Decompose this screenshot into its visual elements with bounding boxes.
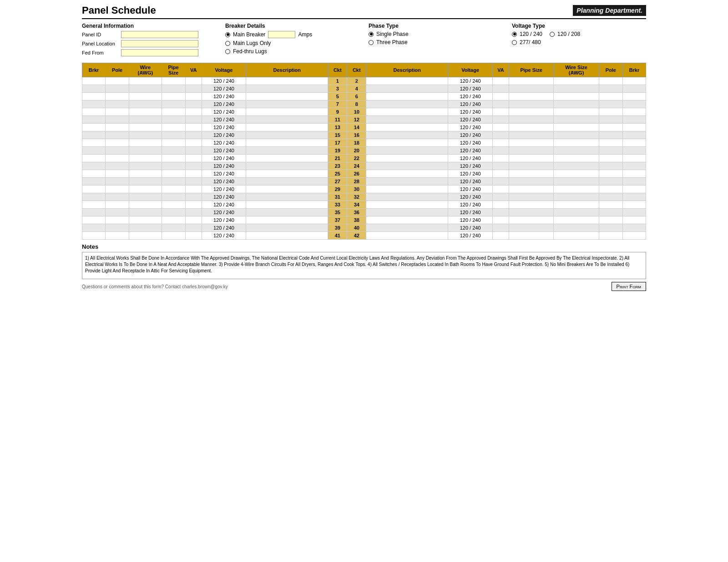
table-cell <box>246 224 328 232</box>
table-cell <box>366 131 448 139</box>
table-cell <box>106 77 129 85</box>
table-cell <box>599 224 622 232</box>
table-cell <box>246 186 328 193</box>
print-form-button[interactable]: Print Form <box>612 282 646 291</box>
table-cell <box>185 209 202 216</box>
table-cell <box>106 147 129 155</box>
table-cell <box>185 77 202 85</box>
table-cell <box>162 77 185 85</box>
table-header-row: Brkr Pole Wire(AWG) PipeSize VA Voltage … <box>82 63 646 77</box>
main-breaker-radio[interactable] <box>225 32 230 37</box>
table-cell <box>622 155 646 162</box>
fed-from-input[interactable] <box>121 49 198 56</box>
table-cell: 26 <box>347 170 366 178</box>
general-info-section: General Information Panel ID Panel Locat… <box>82 23 216 58</box>
fed-thru-radio[interactable] <box>225 49 230 54</box>
table-cell: 120 / 240 <box>448 178 493 186</box>
main-lugs-radio[interactable] <box>225 41 230 46</box>
table-cell <box>246 216 328 224</box>
table-cell <box>129 108 162 116</box>
table-cell: 42 <box>347 232 366 240</box>
table-cell: 6 <box>347 93 366 100</box>
table-row: 120 / 2401516120 / 240 <box>82 131 646 139</box>
col-desc-right: Description <box>366 63 448 77</box>
voltage-type-title: Voltage Type <box>512 23 646 29</box>
table-cell: 120 / 240 <box>448 162 493 170</box>
table-cell: 29 <box>328 186 347 193</box>
table-cell <box>246 93 328 100</box>
table-cell: 120 / 240 <box>202 193 246 201</box>
voltage-120-240-label: 120 / 240 <box>520 31 542 37</box>
table-cell <box>509 85 553 93</box>
single-phase-radio[interactable] <box>369 32 374 37</box>
table-cell <box>622 77 646 85</box>
main-lugs-label: Main Lugs Only <box>233 40 271 46</box>
three-phase-label: Three Phase <box>376 39 408 45</box>
table-cell <box>366 170 448 178</box>
table-cell <box>554 124 599 131</box>
voltage-120-240-radio[interactable] <box>512 32 517 37</box>
table-cell <box>509 178 553 186</box>
table-cell <box>492 186 509 193</box>
table-cell <box>554 93 599 100</box>
table-cell <box>106 162 129 170</box>
table-cell <box>509 147 553 155</box>
table-cell <box>622 85 646 93</box>
table-cell <box>129 178 162 186</box>
table-cell <box>492 131 509 139</box>
table-cell <box>622 162 646 170</box>
voltage-120-208-label: 120 / 208 <box>557 31 580 37</box>
table-cell <box>185 178 202 186</box>
table-cell <box>599 155 622 162</box>
three-phase-radio[interactable] <box>369 40 374 45</box>
table-cell <box>554 77 599 85</box>
table-cell <box>492 77 509 85</box>
table-cell: 120 / 240 <box>202 162 246 170</box>
table-cell <box>129 162 162 170</box>
table-cell <box>509 224 553 232</box>
table-cell <box>622 108 646 116</box>
table-cell: 120 / 240 <box>202 108 246 116</box>
table-cell: 40 <box>347 224 366 232</box>
table-cell <box>106 178 129 186</box>
col-voltage-left: Voltage <box>202 63 246 77</box>
table-cell <box>246 147 328 155</box>
table-cell <box>162 186 185 193</box>
table-cell: 39 <box>328 224 347 232</box>
voltage-120-240-row: 120 / 240 120 / 208 <box>512 31 646 37</box>
table-cell <box>366 216 448 224</box>
table-cell <box>82 162 106 170</box>
table-cell <box>106 209 129 216</box>
table-row: 120 / 2403940120 / 240 <box>82 224 646 232</box>
table-cell <box>106 155 129 162</box>
col-wire-right: Wire Size(AWG) <box>554 63 599 77</box>
table-cell: 120 / 240 <box>202 100 246 108</box>
main-breaker-row: Main Breaker Amps <box>225 31 359 38</box>
table-cell <box>129 193 162 201</box>
panel-id-input[interactable] <box>121 31 198 38</box>
table-cell <box>599 93 622 100</box>
col-va-right: VA <box>492 63 509 77</box>
table-cell: 27 <box>328 178 347 186</box>
table-cell: 3 <box>328 85 347 93</box>
schedule-table: Brkr Pole Wire(AWG) PipeSize VA Voltage … <box>82 63 646 240</box>
table-cell <box>82 216 106 224</box>
voltage-277-480-radio[interactable] <box>512 40 517 45</box>
table-cell <box>246 108 328 116</box>
panel-location-input[interactable] <box>121 40 198 47</box>
table-cell <box>554 131 599 139</box>
table-cell <box>162 147 185 155</box>
table-cell: 120 / 240 <box>202 131 246 139</box>
voltage-120-208-radio[interactable] <box>550 32 555 37</box>
table-cell <box>185 100 202 108</box>
col-ckt-right: Ckt <box>347 63 366 77</box>
table-cell <box>162 131 185 139</box>
table-cell <box>162 178 185 186</box>
table-cell <box>106 201 129 209</box>
table-cell: 120 / 240 <box>448 85 493 93</box>
amps-input[interactable] <box>268 31 295 38</box>
table-cell <box>82 85 106 93</box>
col-va-left: VA <box>185 63 202 77</box>
table-cell <box>185 131 202 139</box>
page-title: Panel Schedule <box>82 5 156 16</box>
